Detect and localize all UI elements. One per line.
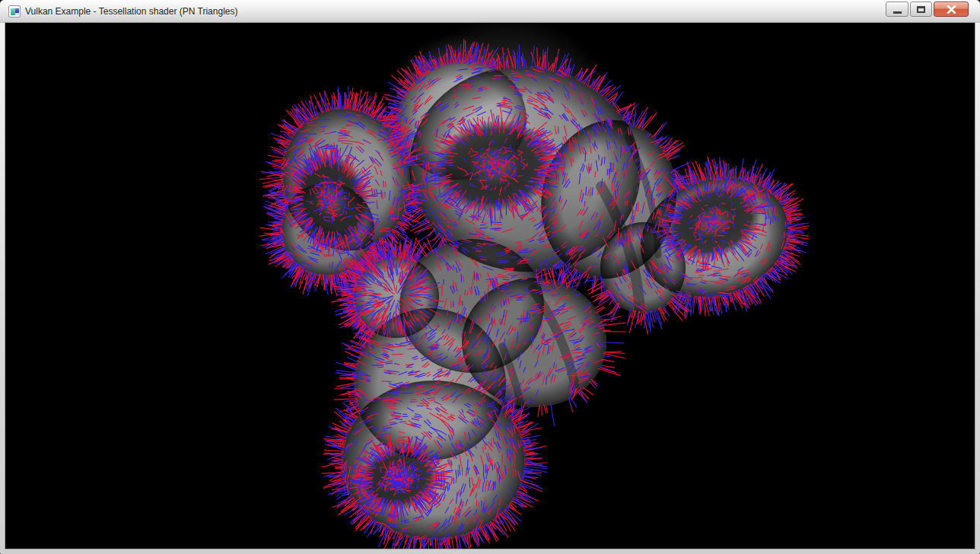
app-icon-pane	[15, 13, 19, 15]
render-canvas[interactable]	[5, 23, 975, 549]
titlebar[interactable]: Vulkan Example - Tessellation shader (PN…	[0, 0, 980, 23]
app-window: Vulkan Example - Tessellation shader (PN…	[0, 0, 980, 554]
window-title: Vulkan Example - Tessellation shader (PN…	[25, 6, 237, 17]
close-icon	[947, 5, 956, 14]
minimize-button[interactable]	[886, 2, 908, 17]
maximize-icon	[917, 6, 925, 13]
app-icon	[8, 5, 21, 18]
render-viewport[interactable]	[5, 23, 975, 549]
maximize-button[interactable]	[910, 2, 932, 17]
close-button[interactable]	[934, 2, 969, 17]
minimize-icon	[893, 11, 902, 14]
window-controls	[886, 2, 969, 17]
